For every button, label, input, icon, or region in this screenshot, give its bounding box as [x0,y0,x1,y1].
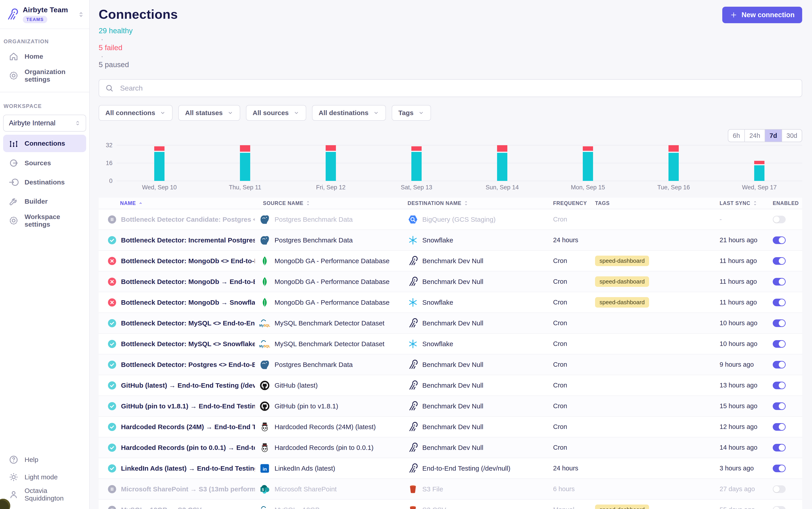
enabled-toggle[interactable] [773,444,786,451]
destination-name: Benchmark Dev Null [422,319,483,327]
connection-row[interactable]: Bottleneck Detector: MongoDb → Snowflake… [99,292,802,313]
frequency-value: Cron [549,319,592,327]
chart-bar-wed-sep-17[interactable] [716,145,802,181]
sidebar-item-sources[interactable]: Sources [0,154,89,173]
svg-text:MySQL: MySQL [259,344,270,348]
failed-bar-segment [583,146,593,151]
connection-row[interactable]: MySQL - 10GB → S3 CSVMySQLMySQL - 10GBS3… [99,500,802,509]
connection-row[interactable]: Bottleneck Detector Candidate: Postgres … [99,209,802,230]
enabled-toggle[interactable] [773,257,786,265]
sidebar-item-label: Connections [25,140,65,147]
frequency-value: Cron [549,361,592,368]
column-label: SOURCE NAME [263,200,303,206]
sidebar-item-builder[interactable]: Builder [0,192,89,211]
chart-bar-mon-sep-15[interactable] [545,145,631,181]
time-range-7d[interactable]: 7d [765,130,782,142]
connection-row[interactable]: Bottleneck Detector: MySQL <> SnowflakeM… [99,334,802,354]
sidebar-item-help[interactable]: Help [0,451,89,468]
sidebar-item-organization-settings[interactable]: Organization settings [0,66,89,85]
chevron-down-icon [227,110,233,116]
filter-dropdown-all-statuses[interactable]: All statuses [178,105,240,121]
sidebar-item-workspace-settings[interactable]: Workspace settings [0,211,89,230]
last-sync-value: 15 hours ago [715,402,767,410]
chart-bar-wed-sep-10[interactable] [117,145,202,181]
column-label: DESTINATION NAME [408,200,461,206]
enabled-toggle[interactable] [773,319,786,327]
source-name: MongoDb GA - Performance Database [274,278,389,285]
connection-row[interactable]: LinkedIn Ads (latest) → End-to-End Testi… [99,458,802,479]
chart-y-tick: 16 [106,160,112,167]
connection-name: GitHub (pin to v1.8.1) → End-to-End Test… [121,402,255,410]
sidebar-item-octavia-squiddington[interactable]: Octavia Squiddington [0,486,89,503]
connection-name: Bottleneck Detector: MongoDb → End-to-En… [121,278,255,285]
filter-dropdown-all-sources[interactable]: All sources [246,105,306,121]
enabled-toggle[interactable] [773,340,786,348]
column-header-last-sync[interactable]: LAST SYNC [715,200,767,206]
chart-bar-fri-sep-12[interactable] [288,145,373,181]
snowflake-icon [408,235,418,245]
enabled-toggle[interactable] [773,485,786,493]
chart-bar-sat-sep-13[interactable] [373,145,459,181]
enabled-toggle[interactable] [773,506,786,509]
failed-bar-segment [754,161,765,164]
connection-row[interactable]: Microsoft SharePoint → S3 (13mb performa… [99,479,802,500]
toggle-knob [779,279,785,285]
chart-bar-thu-sep-11[interactable] [202,145,288,181]
hardcoded-icon [259,442,270,453]
filter-dropdown-all-connections[interactable]: All connections [99,105,172,121]
frequency-value: 24 hours [549,236,592,244]
chart-x-label: Tue, Sep 16 [631,184,716,191]
connection-row[interactable]: Hardcoded Records (pin to 0.0.1) → End-t… [99,437,802,458]
org-switcher[interactable]: Airbyte Team TEAMS [0,0,89,29]
column-header-name[interactable]: NAME [99,200,255,206]
filter-dropdown-all-destinations[interactable]: All destinations [312,105,386,121]
sidebar-item-light-mode[interactable]: Light mode [0,468,89,486]
sidebar-item-home[interactable]: Home [0,47,89,66]
sidebar-item-destinations[interactable]: Destinations [0,173,89,192]
sidebar-item-connections[interactable]: Connections [3,135,86,152]
connection-row[interactable]: Bottleneck Detector: MongoDb <> End-to-E… [99,251,802,271]
enabled-toggle[interactable] [773,299,786,306]
workspace-selector[interactable]: Airbyte Internal [3,115,86,132]
connection-row[interactable]: Bottleneck Detector: Postgres <> End-to-… [99,354,802,375]
time-range-6h[interactable]: 6h [728,130,744,142]
healthy-status-icon [107,236,117,245]
enabled-toggle[interactable] [773,465,786,472]
column-header-destination-name[interactable]: DESTINATION NAME [404,200,549,206]
enabled-toggle[interactable] [773,382,786,389]
toggle-knob [779,424,785,430]
source-name: MongoDb GA - Performance Database [274,299,389,306]
chart-bar-tue-sep-16[interactable] [631,145,716,181]
healthy-status-icon [107,422,117,431]
filter-dropdown-tags[interactable]: Tags [392,105,431,121]
enabled-toggle[interactable] [773,216,786,223]
failed-bar-segment [326,145,336,151]
postgres-icon [259,214,270,225]
connection-row[interactable]: GitHub (latest) → End-to-End Testing (/d… [99,375,802,396]
connections-icon [8,138,19,148]
source-name: MySQL - 10GB [274,506,320,509]
enabled-toggle[interactable] [773,236,786,244]
connection-row[interactable]: Bottleneck Detector: MySQL <> End-to-End… [99,313,802,334]
enabled-toggle[interactable] [773,402,786,410]
connection-row[interactable]: GitHub (pin to v1.8.1) → End-to-End Test… [99,396,802,417]
time-range-30d[interactable]: 30d [782,130,802,142]
connection-row[interactable]: Hardcoded Records (24M) → End-to-End Te.… [99,417,802,437]
airbyte-icon [408,463,418,474]
tag-speed-dashboard: speed-dashboard [595,256,649,266]
enabled-toggle[interactable] [773,361,786,369]
chevron-updown-icon[interactable] [77,11,85,18]
last-sync-value: - [715,216,767,223]
enabled-toggle[interactable] [773,423,786,431]
enabled-toggle[interactable] [773,278,786,285]
connection-row[interactable]: Bottleneck Detector: MongoDb → End-to-En… [99,271,802,292]
chart-bar-sun-sep-14[interactable] [459,145,545,181]
search-input[interactable] [99,79,802,97]
new-connection-button[interactable]: New connection [722,7,802,23]
column-header-source-name[interactable]: SOURCE NAME [255,200,404,206]
time-range-24h[interactable]: 24h [744,130,765,142]
github-icon [259,401,270,411]
stat-5-paused: 5 paused [99,61,129,69]
sidebar-item-label: Help [25,456,38,464]
connection-row[interactable]: Bottleneck Detector: Incremental Postgre… [99,230,802,251]
